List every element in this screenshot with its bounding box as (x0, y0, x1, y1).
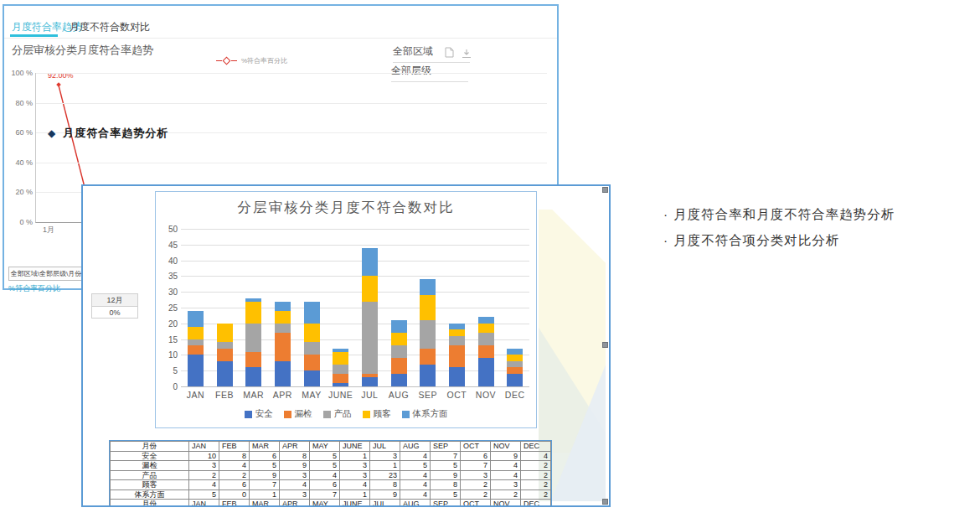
bar-segment (478, 324, 494, 333)
bar-chart-title: 分层审核分类月度不符合数对比 (156, 199, 536, 217)
gridline (181, 261, 529, 262)
table-cell: 3 (491, 480, 521, 490)
table-cell: 3 (280, 470, 310, 480)
bar-segment (275, 324, 291, 333)
bar-segment (449, 329, 465, 336)
bar-segment (507, 367, 523, 374)
y-axis-tick-label: 20 (157, 319, 178, 329)
stacked-bar-jul (362, 248, 378, 386)
bar-segment (478, 358, 494, 386)
bar-chart-card: 分层审核分类月度不符合数对比 50454035302520151050 JANF… (155, 191, 537, 428)
x-axis-label: JUL (355, 390, 384, 400)
tab-monthly-nonconformity-comparison[interactable]: 月度不符合数对比 (70, 20, 150, 34)
bar-segment (333, 365, 348, 374)
bar-segment (217, 324, 233, 343)
y-axis-tick-label: 10 (157, 350, 178, 360)
table-cell: 1 (370, 461, 400, 471)
table-row-label: 安全 (111, 451, 189, 461)
bar-segment (391, 333, 407, 345)
table-row: 漏检345953155742 (111, 461, 551, 471)
gridline (181, 276, 529, 277)
bar-segment (420, 279, 436, 295)
resize-handle-bottom-right[interactable] (602, 499, 608, 505)
table-cell: 2 (521, 470, 551, 480)
table-cell: MAY (310, 500, 340, 508)
resize-handle-top-right[interactable] (602, 187, 608, 193)
trend-chart-legend[interactable]: %符合率百分比 (216, 56, 287, 65)
table-cell: JAN (189, 500, 219, 508)
download-icon[interactable] (462, 47, 472, 62)
legend-line-icon (216, 60, 222, 61)
bar-segment (304, 342, 320, 355)
table-cell: 5 (400, 461, 431, 471)
table-cell: 2 (189, 470, 219, 480)
bar-segment (217, 361, 233, 386)
bar-segment (304, 370, 320, 386)
x-axis-tick-label: 1月 (43, 225, 54, 236)
table-cell: 9 (491, 451, 521, 461)
note-bullet: · (663, 233, 668, 247)
y-axis-tick-label: 0 (157, 382, 178, 391)
x-axis-label: APR (268, 390, 297, 400)
bar-segment (362, 248, 378, 277)
bar-segment (333, 374, 348, 383)
table-cell: 4 (340, 480, 370, 490)
table-cell: APR (280, 500, 310, 508)
table-cell: MAR (250, 442, 280, 452)
stacked-bar-jan (188, 311, 204, 386)
table-cell: 5 (189, 490, 219, 500)
table-cell: 4 (310, 470, 340, 480)
stacked-bar-june (333, 349, 348, 386)
note-item: ·月度不符合项分类对比分析 (663, 227, 895, 253)
bar-segment (304, 355, 320, 370)
legend-swatch-icon (245, 411, 252, 418)
table-cell: 6 (250, 451, 280, 461)
table-cell: DEC (521, 500, 551, 508)
legend-item: 顾客 (363, 408, 391, 420)
bar-chart-plot: 50454035302520151050 (181, 229, 529, 387)
stacked-bar-nov (478, 317, 494, 386)
resize-handle-right[interactable] (602, 342, 608, 348)
bar-chart-legend: 安全漏检产品顾客体系方面 (156, 408, 536, 420)
table-row-label: 顾客 (111, 480, 189, 490)
table-cell: 4 (400, 480, 431, 490)
legend-label: 体系方面 (413, 408, 448, 420)
table-cell: MAR (250, 500, 280, 508)
fragment-month-cell: 12月 (91, 293, 138, 306)
y-axis-tick-label: 25 (157, 303, 178, 313)
bar-segment (449, 345, 465, 367)
y-axis-tick-label: 15 (157, 335, 178, 344)
bar-segment (188, 355, 204, 386)
y-axis-tick-label: 40 % (6, 158, 33, 167)
y-axis-tick-label: 80 % (6, 99, 33, 107)
x-axis-label: JUNE (326, 390, 355, 400)
bar-segment (507, 355, 523, 361)
note-text: 月度符合率和月度不符合率趋势分析 (673, 207, 895, 221)
diamond-bullet-icon: ◆ (48, 128, 55, 138)
region-filter-dropdown[interactable]: 全部区域 (393, 44, 470, 63)
trend-annotation: ◆ 月度符合率趋势分析 (48, 126, 168, 141)
note-bullet: · (663, 207, 668, 221)
fragment-value-cell: 0% (91, 306, 138, 319)
bar-segment (478, 345, 494, 358)
legend-swatch-icon (402, 411, 410, 418)
x-axis-label: OCT (442, 390, 472, 400)
y-axis-tick-label: 20 % (6, 188, 33, 196)
table-cell: 8 (219, 451, 250, 461)
legend-label: 漏检 (295, 408, 312, 420)
bar-segment (420, 295, 436, 320)
stacked-bar-apr (275, 302, 291, 386)
gridline (36, 103, 547, 104)
document-icon[interactable] (445, 46, 454, 61)
bar-segment (275, 302, 291, 311)
table-cell: AUG (400, 500, 431, 508)
legend-swatch-icon (363, 411, 370, 418)
table-cell: 0 (219, 490, 250, 500)
table-cell: 2 (491, 490, 521, 500)
x-axis-label: AUG (384, 390, 414, 400)
page: 月度符合率趋势 月度不符合数对比 分层审核分类月度符合率趋势 %符合率百分比 全… (0, 0, 980, 518)
table-cell: 2 (521, 480, 551, 490)
table-cell: 8 (370, 480, 400, 490)
stacked-bar-aug (391, 320, 407, 386)
comparison-popup[interactable]: 12月 0% 分层审核分类月度不符合数对比 504540353025201510… (81, 184, 611, 507)
